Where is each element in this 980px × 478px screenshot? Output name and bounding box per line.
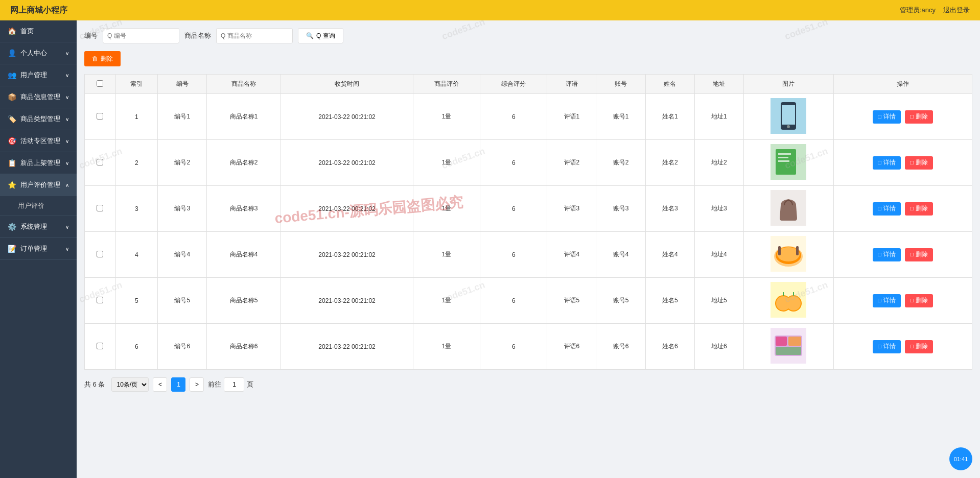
row-account: 账号4 [596, 232, 645, 278]
row-score: 6 [480, 232, 547, 278]
row-delete-button-5[interactable]: □ 删除 [905, 294, 933, 307]
col-address: 地址 [694, 75, 743, 94]
row-address: 地址1 [694, 94, 743, 140]
sidebar-sub-item-user-review-label: 用户评价 [18, 202, 44, 209]
sidebar-item-user-mgmt[interactable]: 👥 用户管理 ∨ [0, 64, 77, 86]
row-name: 商品名称5 [207, 278, 281, 324]
detail-button-6[interactable]: □ 详情 [873, 340, 901, 353]
sidebar-item-product-info[interactable]: 📦 商品信息管理 ∨ [0, 86, 77, 108]
row-checkbox-2[interactable] [97, 159, 103, 165]
row-delete-button-4[interactable]: □ 删除 [905, 248, 933, 261]
chevron-down-icon2: ∨ [65, 73, 69, 78]
col-comment: 评语 [547, 75, 596, 94]
search-button[interactable]: 🔍 Q 查询 [298, 28, 343, 43]
row-img-cell [744, 140, 833, 186]
total-count: 共 6 条 [84, 380, 105, 389]
sidebar-item-home-label: 首页 [20, 27, 34, 36]
sidebar-item-new-product[interactable]: 📋 新品上架管理 ∨ [0, 152, 77, 174]
row-index: 3 [115, 186, 158, 232]
row-time: 2021-03-22 00:21:02 [281, 140, 413, 186]
row-checkbox-5[interactable] [97, 297, 103, 303]
search-label: Q 查询 [316, 32, 335, 40]
action-bar: 🗑 删除 [84, 51, 972, 66]
row-code: 编号3 [158, 186, 207, 232]
row-review: 1量 [413, 324, 480, 370]
select-all-checkbox[interactable] [97, 80, 103, 87]
main-content: 编号 商品名称 🔍 Q 查询 🗑 删除 索引 编号 商品名 [77, 20, 980, 478]
page-size-select[interactable]: 10条/页 20条/页 50条/页 [111, 377, 149, 392]
row-time: 2021-03-22 00:21:02 [281, 324, 413, 370]
row-checkbox-4[interactable] [97, 251, 103, 257]
row-name: 商品名称1 [207, 94, 281, 140]
row-actions: □ 详情 □ 删除 [833, 278, 972, 324]
sidebar-item-user-review-label: 用户评价管理 [20, 180, 60, 189]
row-username: 姓名5 [645, 278, 694, 324]
row-account: 账号2 [596, 140, 645, 186]
row-delete-button-3[interactable]: □ 删除 [905, 202, 933, 216]
col-index: 索引 [115, 75, 158, 94]
row-actions: □ 详情 □ 删除 [833, 186, 972, 232]
chevron-down-icon4: ∨ [65, 116, 69, 122]
row-username: 姓名2 [645, 140, 694, 186]
detail-button-3[interactable]: □ 详情 [873, 202, 901, 216]
page-jump-input[interactable] [224, 377, 244, 392]
row-comment: 评语4 [547, 232, 596, 278]
name-filter-label: 商品名称 [184, 31, 211, 40]
sidebar-item-product-type[interactable]: 🏷️ 商品类型管理 ∨ [0, 108, 77, 130]
row-checkbox-1[interactable] [97, 113, 103, 119]
row-index: 4 [115, 232, 158, 278]
code-filter-label: 编号 [84, 31, 98, 40]
row-account: 账号3 [596, 186, 645, 232]
row-actions: □ 详情 □ 删除 [833, 94, 972, 140]
detail-button-2[interactable]: □ 详情 [873, 156, 901, 170]
admin-name-link[interactable]: 管理员:ancy [900, 6, 936, 15]
svg-point-20 [786, 296, 801, 310]
row-img-cell [744, 278, 833, 324]
sidebar-item-system[interactable]: ⚙️ 系统管理 ∨ [0, 216, 77, 238]
next-page-button[interactable]: > [190, 377, 204, 392]
row-img-cell [744, 324, 833, 370]
sidebar-item-activity[interactable]: 🎯 活动专区管理 ∨ [0, 130, 77, 152]
row-time: 2021-03-22 00:21:02 [281, 278, 413, 324]
row-index: 1 [115, 94, 158, 140]
col-code: 编号 [158, 75, 207, 94]
row-checkbox-6[interactable] [97, 343, 103, 349]
bulk-delete-button[interactable]: 🗑 删除 [84, 51, 121, 66]
chevron-down-icon8: ∨ [65, 246, 69, 252]
row-review: 1量 [413, 140, 480, 186]
row-img-cell [744, 186, 833, 232]
row-address: 地址4 [694, 232, 743, 278]
row-delete-button-2[interactable]: □ 删除 [905, 156, 933, 170]
review-icon: ⭐ [8, 181, 16, 189]
sidebar-item-order[interactable]: 📝 订单管理 ∨ [0, 238, 77, 260]
row-checkbox-cell [85, 140, 116, 186]
activity-icon: 🎯 [8, 137, 16, 145]
row-name: 商品名称2 [207, 140, 281, 186]
row-delete-button-1[interactable]: □ 删除 [905, 110, 933, 124]
row-code: 编号4 [158, 232, 207, 278]
row-address: 地址2 [694, 140, 743, 186]
prev-page-button[interactable]: < [153, 377, 167, 392]
chevron-down-icon7: ∨ [65, 224, 69, 230]
sidebar-item-profile[interactable]: 👤 个人中心 ∨ [0, 42, 77, 64]
logout-link[interactable]: 退出登录 [943, 6, 970, 15]
profile-icon: 👤 [8, 49, 16, 57]
detail-button-4[interactable]: □ 详情 [873, 248, 901, 261]
sidebar-item-activity-label: 活动专区管理 [20, 136, 60, 146]
sidebar-item-home[interactable]: 🏠 首页 [0, 20, 77, 42]
page-1-button[interactable]: 1 [171, 377, 185, 392]
row-checkbox-3[interactable] [97, 205, 103, 211]
table-row: 2 编号2 商品名称2 2021-03-22 00:21:02 1量 6 评语2… [85, 140, 972, 186]
row-name: 商品名称6 [207, 324, 281, 370]
detail-button-1[interactable]: □ 详情 [873, 110, 901, 124]
name-search-input[interactable] [216, 28, 293, 43]
chevron-up-icon: ∧ [65, 182, 69, 188]
row-checkbox-cell [85, 94, 116, 140]
detail-button-5[interactable]: □ 详情 [873, 294, 901, 307]
sidebar-sub-item-user-review[interactable]: 用户评价 [0, 196, 77, 216]
chevron-down-icon: ∨ [65, 51, 69, 56]
sidebar-item-user-review[interactable]: ⭐ 用户评价管理 ∧ [0, 174, 77, 196]
col-time: 收货时间 [281, 75, 413, 94]
row-delete-button-6[interactable]: □ 删除 [905, 340, 933, 353]
code-search-input[interactable] [103, 28, 179, 43]
